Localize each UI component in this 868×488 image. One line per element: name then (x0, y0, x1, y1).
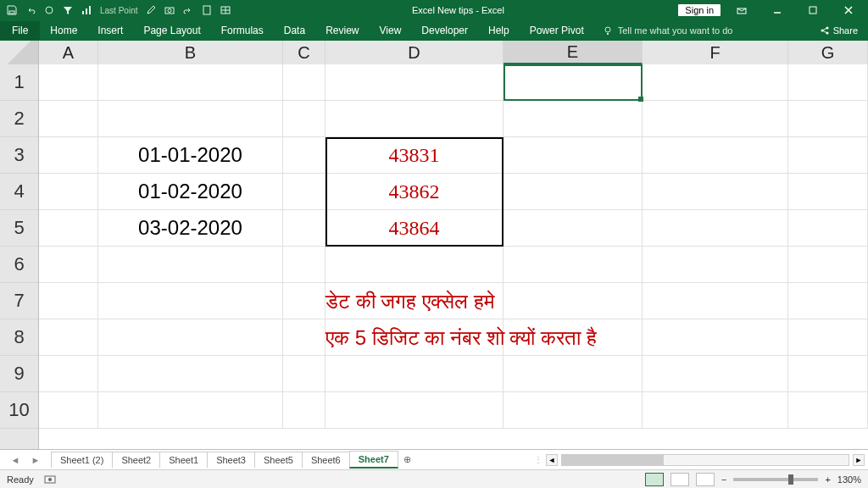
zoom-in-icon[interactable]: + (825, 474, 830, 485)
maximize-icon[interactable] (798, 0, 827, 20)
cell-D5[interactable]: 43864 (326, 210, 504, 247)
hscroll-right-icon[interactable]: ► (853, 454, 865, 466)
hscroll-left-icon[interactable]: ◄ (546, 454, 558, 466)
tab-page-layout[interactable]: Page Layout (133, 21, 210, 40)
tab-formulas[interactable]: Formulas (211, 21, 274, 40)
sheet-tab-bar: ◄ ► Sheet1 (2) Sheet2 Sheet1 Sheet3 Shee… (0, 449, 868, 469)
quick-access-toolbar: Last Point (0, 5, 237, 15)
share-icon (820, 25, 830, 36)
share-button[interactable]: Share (810, 22, 868, 39)
tab-help[interactable]: Help (478, 21, 520, 40)
tab-view[interactable]: View (370, 21, 412, 40)
row-header-4[interactable]: 4 (0, 174, 38, 210)
macro-record-icon[interactable] (44, 474, 56, 485)
hscroll-thumb[interactable] (562, 455, 664, 465)
tab-file[interactable]: File (0, 21, 40, 40)
row-header-3[interactable]: 3 (0, 137, 38, 174)
tab-home[interactable]: Home (40, 21, 87, 40)
minimize-icon[interactable] (763, 0, 792, 20)
svg-point-11 (605, 27, 610, 32)
circle-icon[interactable] (44, 5, 54, 15)
cell-D3[interactable]: 43831 (326, 137, 504, 174)
add-sheet-button[interactable]: ⊕ (398, 454, 418, 465)
cell-B4[interactable]: 01-02-2020 (98, 174, 283, 210)
sheet-tab[interactable]: Sheet1 (2) (51, 452, 113, 468)
sheet-nav-prev-icon[interactable]: ◄ (11, 455, 20, 465)
sheet-nav[interactable]: ◄ ► (0, 455, 51, 465)
col-header-D[interactable]: D (326, 41, 504, 64)
svg-rect-7 (203, 6, 210, 14)
row-header-5[interactable]: 5 (0, 210, 38, 247)
row-header-8[interactable]: 8 (0, 319, 38, 356)
col-header-G[interactable]: G (788, 41, 868, 64)
ribbon-options-icon[interactable] (727, 0, 756, 20)
cell-B3[interactable]: 01-01-2020 (98, 137, 283, 174)
svg-point-16 (48, 478, 52, 481)
row-header-1[interactable]: 1 (0, 64, 38, 101)
tab-insert[interactable]: Insert (87, 21, 133, 40)
svg-point-6 (168, 9, 171, 13)
row-header-7[interactable]: 7 (0, 283, 38, 319)
col-header-E[interactable]: E (504, 41, 643, 64)
col-header-C[interactable]: C (283, 41, 326, 64)
tab-power-pivot[interactable]: Power Pivot (520, 21, 594, 40)
lightbulb-icon (603, 25, 613, 36)
window-title: Excel New tips - Excel (237, 5, 678, 15)
row-header-9[interactable]: 9 (0, 356, 38, 392)
close-icon[interactable] (834, 0, 863, 20)
tab-developer[interactable]: Developer (411, 21, 478, 40)
zoom-level[interactable]: 130% (837, 474, 861, 485)
tab-review[interactable]: Review (315, 21, 369, 40)
zoom-slider[interactable] (733, 478, 818, 481)
row-header-6[interactable]: 6 (0, 247, 38, 283)
sheet-tab[interactable]: Sheet2 (112, 452, 160, 468)
hscroll-bar[interactable] (561, 454, 849, 466)
title-bar: Last Point Excel New tips - Excel Sign i… (0, 0, 868, 20)
sheet-tab[interactable]: Sheet1 (159, 452, 208, 468)
svg-point-1 (46, 7, 53, 14)
cell-D4[interactable]: 43862 (326, 174, 504, 210)
undo-icon[interactable] (25, 5, 36, 15)
sheet-nav-next-icon[interactable]: ► (31, 455, 41, 465)
tab-data[interactable]: Data (274, 21, 315, 40)
row-headers: 1 2 3 4 5 6 7 8 9 10 (0, 64, 39, 449)
sheet-icon[interactable] (202, 5, 212, 15)
filter-icon[interactable] (63, 5, 73, 15)
svg-rect-2 (82, 11, 84, 14)
share-label: Share (833, 25, 858, 36)
sheet-tab[interactable]: Sheet3 (207, 452, 255, 468)
tell-me-search[interactable]: Tell me what you want to do (603, 25, 733, 36)
cell-B5[interactable]: 03-02-2020 (98, 210, 283, 247)
row-header-10[interactable]: 10 (0, 392, 38, 429)
column-headers: A B C D E F G (0, 41, 868, 64)
redo-icon[interactable] (183, 5, 193, 15)
view-normal-button[interactable] (645, 473, 664, 486)
camera-icon[interactable] (164, 5, 175, 15)
status-bar: Ready − + 130% (0, 469, 868, 488)
sign-in-button[interactable]: Sign in (678, 4, 721, 16)
sheet-tab[interactable]: Sheet5 (254, 452, 303, 468)
chart-icon[interactable] (81, 5, 92, 15)
svg-rect-0 (9, 11, 14, 14)
ribbon-tabs: File Home Insert Page Layout Formulas Da… (0, 21, 594, 40)
status-ready: Ready (7, 474, 34, 485)
col-header-F[interactable]: F (643, 41, 788, 64)
svg-rect-4 (89, 6, 91, 14)
pencil-icon[interactable] (146, 5, 156, 15)
view-page-layout-button[interactable] (670, 473, 689, 486)
cell-area[interactable]: 01-01-202043831 01-02-202043862 03-02-20… (39, 64, 868, 449)
col-header-B[interactable]: B (98, 41, 283, 64)
row-header-2[interactable]: 2 (0, 101, 38, 137)
save-icon[interactable] (7, 5, 17, 15)
table-icon[interactable] (220, 5, 231, 15)
sheet-tab-active[interactable]: Sheet7 (349, 451, 398, 469)
tell-me-label: Tell me what you want to do (618, 25, 733, 36)
last-point-label[interactable]: Last Point (100, 6, 137, 15)
view-page-break-button[interactable] (696, 473, 715, 486)
sheet-tab[interactable]: Sheet6 (302, 452, 350, 468)
svg-rect-10 (810, 7, 816, 14)
col-header-A[interactable]: A (39, 41, 98, 64)
svg-rect-3 (86, 8, 87, 14)
zoom-out-icon[interactable]: − (721, 474, 726, 485)
select-all-corner[interactable] (0, 41, 39, 64)
